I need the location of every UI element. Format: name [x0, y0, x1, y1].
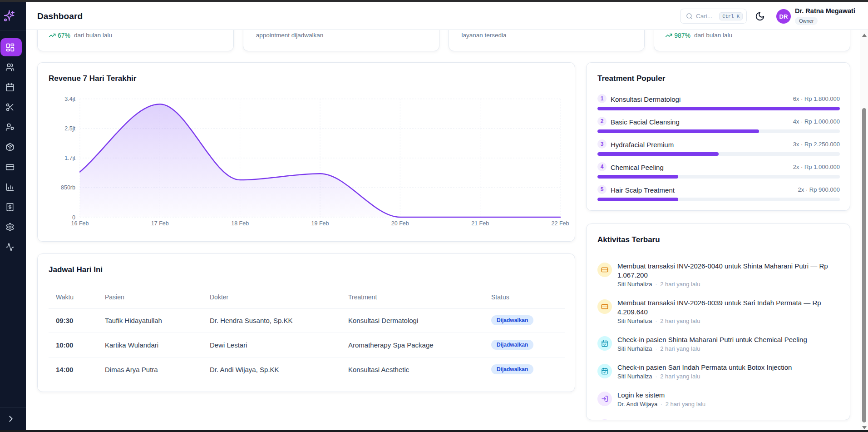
table-row[interactable]: 09:30 Taufik Hidayatullah Dr. Hendra Sus…	[49, 308, 565, 333]
sidebar-item-activity[interactable]	[0, 238, 22, 256]
svg-text:19 Feb: 19 Feb	[311, 220, 329, 227]
stats-row: 67% dari bulan lalu appointment dijadwal…	[37, 30, 850, 51]
app-logo	[0, 2, 26, 30]
column-header-status: Status	[484, 287, 565, 308]
dark-mode-toggle[interactable]	[755, 11, 765, 21]
activity-title: Aktivitas Terbaru	[597, 235, 660, 245]
dot-separator: ·	[655, 281, 657, 288]
sidebar-item-invoices[interactable]	[0, 198, 22, 216]
avatar[interactable]: DR	[776, 9, 791, 24]
sidebar-item-settings[interactable]	[0, 218, 22, 236]
cell-time: 09:30	[49, 308, 98, 333]
treatment-meta: 6x · Rp 1.800.000	[793, 95, 840, 102]
activity-body: Check-in pasien Shinta Maharani Putri un…	[617, 335, 807, 353]
stat-percent: 67%	[58, 32, 70, 39]
vertical-scrollbar[interactable]	[860, 30, 868, 430]
stat-card-footer: layanan tersedia	[460, 31, 507, 39]
activity-time: 2 hari yang lalu	[666, 401, 705, 407]
chevron-right-icon	[6, 414, 16, 424]
scissors-icon	[5, 103, 15, 112]
sidebar-item-products[interactable]	[0, 138, 22, 156]
stat-card-footer: 987% dari bulan lalu	[665, 31, 732, 39]
cell-doctor: Dr. Andi Wijaya, Sp.KK	[202, 357, 341, 382]
stat-label: dari bulan lalu	[74, 32, 112, 39]
dot-separator: ·	[655, 373, 657, 380]
search-shortcut-kbd: Ctrl K	[719, 12, 743, 20]
cell-treatment: Konsultasi Aesthetic	[341, 357, 484, 382]
svg-text:17 Feb: 17 Feb	[151, 220, 169, 227]
treatment-rank-badge: 1	[597, 94, 607, 103]
trending-up-icon	[665, 32, 672, 39]
stat-card-growth: 987% dari bulan lalu	[654, 30, 850, 51]
scroll-up-arrow-icon[interactable]	[862, 34, 867, 37]
treatment-meta: 2x · Rp 900.000	[798, 186, 840, 193]
cell-patient: Kartika Wulandari	[98, 333, 202, 357]
search-icon	[686, 13, 693, 20]
list-item: Check-in pasien Shinta Maharani Putri un…	[597, 335, 840, 353]
sidebar-item-staff[interactable]	[0, 118, 22, 136]
activity-meta: Siti Nurhaliza · 2 hari yang lalu	[617, 372, 792, 381]
sidebar-item-treatments[interactable]	[0, 98, 22, 116]
scrollbar-thumb[interactable]	[862, 108, 866, 422]
treatments-title: Treatment Populer	[597, 74, 665, 84]
activity-meta: Siti Nurhaliza · 2 hari yang lalu	[617, 317, 840, 326]
cell-treatment: Aromatherapy Spa Package	[341, 333, 484, 357]
treatment-progress-fill	[597, 175, 678, 179]
treatment-item-header: 5 Hair Scalp Treatment 2x · Rp 900.000	[597, 184, 840, 195]
column-header-dokter: Dokter	[202, 287, 341, 308]
treatments-list: 1 Konsultasi Dermatologi 6x · Rp 1.800.0…	[597, 93, 840, 207]
treatment-progress-fill	[597, 198, 678, 201]
activity-text: Check-in pasien Sari Indah Permata untuk…	[617, 363, 792, 372]
cell-patient: Taufik Hidayatullah	[98, 308, 202, 333]
trending-up-icon	[49, 32, 56, 39]
window-top-edge	[0, 0, 868, 2]
stat-percent: 987%	[674, 32, 690, 39]
search-input[interactable]: Cari... Ctrl K	[680, 9, 747, 24]
sidebar-collapse-button[interactable]	[6, 414, 16, 424]
cell-status: Dijadwalkan	[484, 333, 565, 357]
sidebar	[0, 2, 26, 430]
treatment-progress-fill	[597, 107, 840, 110]
schedule-title: Jadwal Hari Ini	[49, 265, 103, 275]
svg-text:3.4jt: 3.4jt	[64, 96, 75, 102]
cell-doctor: Dr. Hendra Susanto, Sp.KK	[202, 308, 341, 333]
credit-card-icon	[597, 299, 612, 314]
sidebar-item-appointments[interactable]	[0, 78, 22, 96]
svg-text:20 Feb: 20 Feb	[391, 220, 409, 227]
sidebar-item-patients[interactable]	[0, 58, 22, 76]
treatment-name: Basic Facial Cleansing	[611, 118, 680, 126]
user-cog-icon	[5, 123, 15, 132]
sidebar-item-payments[interactable]	[0, 158, 22, 176]
header: Dashboard Cari... Ctrl K DR Dr. Ratna Me…	[26, 2, 868, 30]
svg-text:850rb: 850rb	[61, 184, 75, 191]
table-row[interactable]: 14:00 Dimas Arya Putra Dr. Andi Wijaya, …	[49, 357, 565, 382]
layout-dashboard-icon	[5, 43, 15, 52]
sidebar-item-dashboard[interactable]	[0, 38, 22, 56]
revenue-area-chart: 0850rb1.7jt2.5jt3.4jt16 Feb17 Feb18 Feb1…	[38, 63, 576, 242]
table-row[interactable]: 10:00 Kartika Wulandari Dewi Lestari Aro…	[49, 333, 565, 357]
treatment-name: Konsultasi Dermatologi	[611, 95, 681, 103]
treatment-item: 4 Chemical Peeling 2x · Rp 1.000.000	[597, 161, 840, 175]
activity-user: Dr. Andi Wijaya	[617, 401, 657, 407]
activity-time: 2 hari yang lalu	[660, 345, 700, 352]
column-header-waktu: Waktu	[49, 287, 98, 308]
sidebar-item-reports[interactable]	[0, 178, 22, 196]
stat-card-appointments: appointment dijadwalkan	[243, 30, 439, 51]
stat-label: dari bulan lalu	[694, 32, 732, 39]
scroll-down-arrow-icon[interactable]	[862, 426, 867, 429]
activity-user: Siti Nurhaliza	[617, 281, 652, 288]
sidebar-nav	[0, 30, 26, 256]
treatment-progress-track	[597, 129, 840, 133]
column-header-pasien: Pasien	[98, 287, 202, 308]
calendar-icon	[5, 83, 15, 92]
activity-user: Siti Nurhaliza	[617, 318, 652, 324]
activity-meta: Dr. Andi Wijaya · 2 hari yang lalu	[617, 400, 705, 409]
svg-text:1.7jt: 1.7jt	[64, 155, 75, 161]
treatment-item-header: 4 Chemical Peeling 2x · Rp 1.000.000	[597, 161, 840, 172]
stat-label: layanan tersedia	[462, 32, 507, 39]
schedule-card: Jadwal Hari Ini Waktu Pasien Dokter Trea…	[37, 253, 575, 392]
treatment-name: Chemical Peeling	[611, 164, 664, 171]
activity-meta: Siti Nurhaliza · 2 hari yang lalu	[617, 344, 807, 353]
activity-meta: Siti Nurhaliza · 2 hari yang lalu	[617, 280, 840, 289]
schedule-table: Waktu Pasien Dokter Treatment Status 09:…	[49, 287, 565, 382]
